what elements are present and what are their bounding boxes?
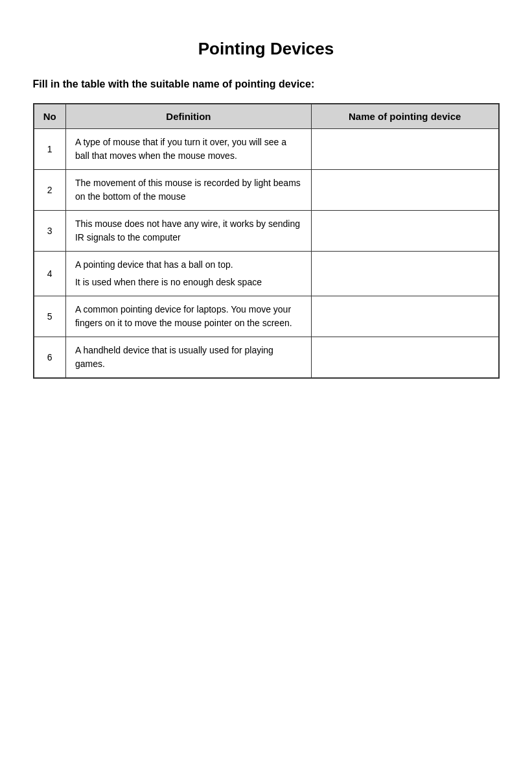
- row-definition: A handheld device that is usually used f…: [65, 337, 311, 379]
- page-container: Pointing Devices Fill in the table with …: [33, 39, 500, 379]
- row-answer[interactable]: [311, 252, 498, 296]
- table-row: 3This mouse does not have any wire, it w…: [34, 211, 499, 252]
- header-no: No: [34, 104, 66, 129]
- instruction-text: Fill in the table with the suitable name…: [33, 78, 500, 90]
- row-definition: A type of mouse that if you turn it over…: [65, 129, 311, 170]
- row-number: 1: [34, 129, 66, 170]
- row-number: 6: [34, 337, 66, 379]
- row-answer[interactable]: [311, 211, 498, 252]
- row-answer[interactable]: [311, 296, 498, 337]
- table-row: 4A pointing device that has a ball on to…: [34, 252, 499, 296]
- pointing-devices-table: No Definition Name of pointing device 1A…: [33, 103, 500, 379]
- row-definition: This mouse does not have any wire, it wo…: [65, 211, 311, 252]
- row-answer[interactable]: [311, 129, 498, 170]
- row-answer[interactable]: [311, 170, 498, 211]
- table-row: 1A type of mouse that if you turn it ove…: [34, 129, 499, 170]
- table-row: 2The movement of this mouse is recorded …: [34, 170, 499, 211]
- table-row: 6A handheld device that is usually used …: [34, 337, 499, 379]
- row-number: 3: [34, 211, 66, 252]
- row-definition: A common pointing device for laptops. Yo…: [65, 296, 311, 337]
- header-definition: Definition: [65, 104, 311, 129]
- page-title: Pointing Devices: [33, 39, 500, 59]
- row-number: 2: [34, 170, 66, 211]
- row-definition: The movement of this mouse is recorded b…: [65, 170, 311, 211]
- header-name-of-device: Name of pointing device: [311, 104, 498, 129]
- row-definition: A pointing device that has a ball on top…: [65, 252, 311, 296]
- table-row: 5A common pointing device for laptops. Y…: [34, 296, 499, 337]
- table-header-row: No Definition Name of pointing device: [34, 104, 499, 129]
- row-number: 5: [34, 296, 66, 337]
- row-answer[interactable]: [311, 337, 498, 379]
- row-number: 4: [34, 252, 66, 296]
